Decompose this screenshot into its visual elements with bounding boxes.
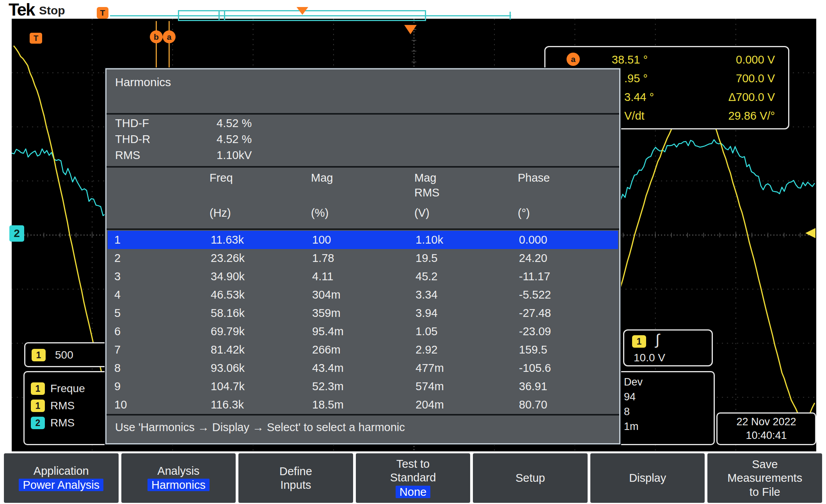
menu-label: Define [279, 465, 312, 477]
rms-value: 1.10kV [217, 149, 252, 162]
menu-button-analysis[interactable]: Analysis Harmonics [121, 453, 236, 503]
channel1-badge: 1 [32, 349, 46, 361]
cursor-a-phase: 38.51 ° [612, 53, 648, 66]
menu-selected-value: Power Analysis [19, 479, 103, 491]
col-header-phase: Phase [518, 172, 550, 184]
harmonic-row[interactable]: 781.42k266m2.92159.5 [108, 341, 618, 359]
harmonic-row[interactable]: 446.53k304m3.34-5.522 [108, 286, 618, 304]
menu-label: Save [752, 458, 778, 470]
cursor-b-handle[interactable]: b [150, 30, 163, 43]
tek-logo: Tek [9, 0, 35, 19]
cursor-b-voltage: 700.0 V [736, 72, 775, 85]
harmonic-row[interactable]: 893.06k43.4m477m-105.6 [108, 359, 618, 377]
menu-selected-value: None [396, 486, 430, 498]
channel1-badge: 1 [31, 400, 45, 412]
oscilloscope-screen: Tek Stop T T b a 2 a 38.51 ° 0.000 V .95… [0, 0, 826, 504]
col-header-freq: Freq [210, 172, 233, 184]
col-header-mag-rms: Mag [414, 172, 436, 184]
cursor-delta-phase: 3.44 ° [624, 91, 654, 104]
harmonic-row[interactable]: 669.79k95.4m1.05-23.09 [108, 322, 618, 341]
menu-button-test-to-standard[interactable]: Test to Standard None [356, 453, 471, 503]
menu-button-define-inputs[interactable]: Define Inputs [238, 453, 353, 503]
menu-button-setup[interactable]: Setup [473, 453, 588, 503]
separator [107, 414, 619, 416]
overview-tick [224, 10, 225, 21]
harmonics-panel: Harmonics THD-F 4.52 % THD-R 4.52 % RMS … [105, 68, 620, 444]
datetime-box: 22 Nov 2022 10:40:41 [716, 412, 816, 445]
overview-end-tick [510, 12, 511, 19]
harmonic-row[interactable]: 334.90k4.1145.2-11.17 [108, 267, 618, 286]
thd-f-label: THD-F [115, 117, 149, 130]
cursor-slope-value: 29.86 V/° [728, 110, 775, 122]
channel2-badge: 2 [31, 417, 45, 429]
harmonics-title: Harmonics [115, 76, 171, 89]
menu-label: to File [750, 486, 780, 498]
thd-r-value: 4.52 % [217, 133, 252, 146]
channel1-scale-value: 500 [55, 349, 73, 361]
channel2-position-badge[interactable]: 2 [9, 225, 24, 242]
trigger-position-icon[interactable] [404, 25, 417, 34]
menu-label: Measurements [727, 472, 802, 484]
cursor-b-stem [156, 21, 157, 31]
stddev-value-fragment: 8 [624, 406, 630, 418]
cursor-a-voltage: 0.000 V [736, 53, 775, 66]
cursor-b-stem [156, 43, 157, 68]
cursor-slope-label: V/dt [624, 110, 645, 122]
col-unit-mag-rms: (V) [414, 207, 430, 219]
harmonic-row[interactable]: 10116.3k18.5m204m80.70 [108, 396, 618, 414]
cursor-a-badge-icon: a [567, 53, 580, 66]
thd-r-label: THD-R [115, 133, 150, 146]
measurement-row: 2 RMS [31, 417, 75, 429]
menu-label: Test to [396, 458, 430, 470]
date-value: 22 Nov 2022 [736, 416, 796, 428]
cursor-delta-voltage: Δ700.0 V [728, 91, 775, 104]
menu-label: Inputs [280, 479, 311, 491]
trigger-readout-box: 1 ∫ 10.0 V [623, 329, 713, 366]
menu-button-application[interactable]: Application Power Analysis [4, 453, 119, 503]
menu-label: Display [629, 472, 666, 484]
harmonic-row[interactable]: 9104.7k52.3m574m36.91 [108, 377, 618, 396]
menu-label: Standard [390, 472, 436, 483]
thd-f-value: 4.52 % [217, 117, 252, 130]
col-header-mag-rms2: RMS [414, 186, 439, 199]
harmonic-row[interactable]: 223.26k1.7819.524.20 [108, 249, 618, 267]
harmonics-hint: Use 'Harmonics → Display → Select' to se… [115, 421, 405, 434]
separator [107, 166, 619, 168]
measurement-label: Freque [50, 382, 85, 395]
channel1-badge: 1 [31, 382, 45, 395]
cursor-a-handle[interactable]: a [163, 30, 176, 43]
rms-label: RMS [115, 149, 140, 162]
stddev-value-fragment: 1m [624, 421, 639, 433]
softkey-menu: Application Power Analysis Analysis Harm… [0, 453, 826, 503]
col-unit-phase: (°) [518, 207, 530, 219]
measurement-label: RMS [50, 417, 75, 429]
measurement-row: 1 RMS [31, 400, 75, 412]
col-unit-mag: (%) [311, 207, 329, 219]
menu-button-display[interactable]: Display [590, 453, 705, 503]
trigger-tag-icon[interactable]: T [30, 33, 42, 44]
stddev-column-fragment: Dev [624, 376, 643, 388]
menu-selected-value: Harmonics [147, 479, 210, 491]
harmonic-row[interactable]: 111.63k1001.10k0.000 [108, 231, 618, 249]
overview-tick [218, 10, 220, 21]
trigger-edge-icon: ∫ [655, 331, 659, 348]
cursor-a-stem [169, 21, 170, 31]
menu-label: Application [34, 465, 89, 477]
overview-trigger-position-icon[interactable] [297, 7, 308, 15]
overview-trigger-icon[interactable]: T [97, 7, 108, 19]
cursor-a-stem [169, 43, 170, 68]
separator [107, 113, 619, 115]
stddev-value-fragment: 94 [624, 391, 636, 403]
col-unit-freq: (Hz) [210, 207, 231, 219]
trigger-level-value: 10.0 V [634, 352, 665, 364]
harmonic-row[interactable]: 558.16k359m3.94-27.48 [108, 304, 618, 322]
trigger-level-arrow-icon[interactable] [805, 228, 815, 238]
channel1-badge: 1 [632, 335, 646, 348]
measurement-row: 1 Freque [31, 382, 85, 395]
menu-button-save-measurements[interactable]: Save Measurements to File [707, 453, 822, 503]
time-value: 10:40:41 [746, 430, 787, 442]
menu-label: Analysis [157, 465, 199, 477]
menu-label: Setup [515, 472, 545, 484]
cursor-b-phase: .95 ° [624, 72, 648, 85]
acquisition-status: Stop [39, 4, 65, 17]
